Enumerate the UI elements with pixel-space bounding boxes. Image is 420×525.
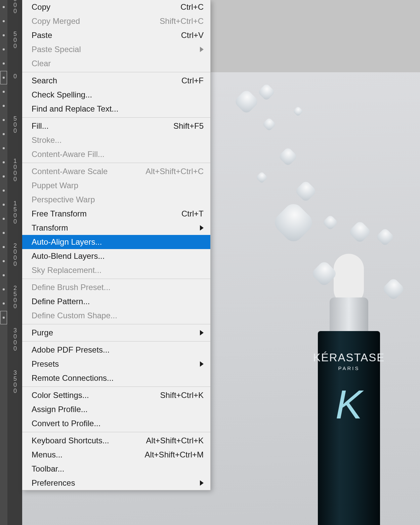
menu-item-define-pattern[interactable]: Define Pattern... — [22, 294, 210, 309]
menu-item-shortcut: Shift+Ctrl+C — [160, 16, 204, 26]
tool-slot-color[interactable] — [0, 311, 7, 325]
menu-item-label: Define Pattern... — [32, 297, 90, 306]
tool-slot[interactable] — [0, 127, 7, 141]
menu-item-find-and-replace-text[interactable]: Find and Replace Text... — [22, 102, 210, 116]
tool-slot[interactable] — [0, 296, 7, 311]
tool-slot[interactable] — [0, 240, 7, 254]
menu-item-fill[interactable]: Fill...Shift+F5 — [22, 119, 210, 133]
product-brand-text: KÉRASTASE — [313, 351, 385, 364]
product-dropper-bulb — [334, 254, 364, 304]
menu-item-label: Find and Replace Text... — [32, 104, 118, 114]
tool-slot[interactable] — [0, 85, 7, 99]
menu-item-label: Define Custom Shape... — [32, 311, 117, 320]
menu-item-label: Menus... — [32, 450, 62, 459]
menu-item-label: Auto-Align Layers... — [32, 237, 102, 247]
tool-slot[interactable] — [0, 14, 7, 28]
tools-panel — [0, 0, 7, 525]
menu-item-label: Toolbar... — [32, 464, 64, 474]
menu-item-label: Copy Merged — [32, 16, 80, 26]
tool-slot[interactable] — [0, 268, 7, 282]
menu-item-define-custom-shape: Define Custom Shape... — [22, 309, 210, 323]
submenu-arrow-icon — [200, 480, 204, 486]
menu-item-label: Preferences — [32, 478, 75, 488]
menu-item-remote-connections[interactable]: Remote Connections... — [22, 371, 210, 385]
diamond-icon — [257, 83, 276, 101]
tool-slot[interactable] — [0, 169, 7, 184]
menu-item-label: Free Transform — [32, 209, 87, 218]
tool-slot[interactable] — [0, 184, 7, 198]
ruler-tick: 3500 — [10, 370, 20, 394]
menu-item-auto-align-layers[interactable]: Auto-Align Layers... — [22, 235, 210, 249]
menu-item-check-spelling[interactable]: Check Spelling... — [22, 88, 210, 102]
menu-item-shortcut: Alt+Shift+Ctrl+K — [146, 436, 204, 445]
menu-item-label: Puppet Warp — [32, 181, 78, 190]
menu-item-convert-to-profile[interactable]: Convert to Profile... — [22, 416, 210, 431]
tool-slot[interactable] — [0, 99, 7, 113]
menu-item-auto-blend-layers[interactable]: Auto-Blend Layers... — [22, 249, 210, 263]
tool-slot-active[interactable] — [0, 71, 7, 85]
menu-item-paste-special: Paste Special — [22, 42, 210, 56]
tool-slot[interactable] — [0, 198, 7, 212]
tool-slot[interactable] — [0, 212, 7, 226]
diamond-icon — [294, 180, 317, 203]
menu-item-preferences[interactable]: Preferences — [22, 476, 210, 490]
tool-slot[interactable] — [0, 28, 7, 42]
menu-item-shortcut: Ctrl+F — [181, 76, 204, 85]
menu-item-shortcut: Ctrl+V — [181, 31, 204, 40]
menu-item-label: Paste Special — [32, 45, 81, 54]
menu-item-content-aware-fill: Content-Aware Fill... — [22, 147, 210, 161]
diamond-icon — [293, 106, 303, 116]
tool-slot[interactable] — [0, 113, 7, 127]
menu-item-label: Perspective Warp — [32, 195, 95, 204]
menu-item-label: Sky Replacement... — [32, 266, 101, 275]
ruler-tick: 0 — [10, 73, 20, 79]
submenu-arrow-icon — [200, 47, 204, 52]
menu-item-label: Color Settings... — [32, 391, 89, 400]
menu-item-presets[interactable]: Presets — [22, 357, 210, 371]
menu-separator — [22, 341, 210, 341]
tool-slot[interactable] — [0, 254, 7, 268]
menu-item-toolbar[interactable]: Toolbar... — [22, 462, 210, 476]
menu-item-transform[interactable]: Transform — [22, 221, 210, 235]
tool-slot[interactable] — [0, 0, 7, 14]
diamond-icon — [256, 171, 268, 184]
menu-item-label: Convert to Profile... — [32, 419, 100, 428]
submenu-arrow-icon — [200, 361, 204, 367]
ruler-tick: 1500 — [10, 200, 20, 225]
menu-item-label: Define Brush Preset... — [32, 283, 111, 292]
menu-item-shortcut: Alt+Shift+Ctrl+M — [145, 450, 204, 459]
menu-item-purge[interactable]: Purge — [22, 326, 210, 340]
menu-item-label: Remote Connections... — [32, 373, 114, 383]
tool-slot[interactable] — [0, 42, 7, 56]
menu-item-color-settings[interactable]: Color Settings...Shift+Ctrl+K — [22, 388, 210, 402]
menu-item-label: Transform — [32, 223, 68, 233]
tool-slot[interactable] — [0, 155, 7, 169]
menu-item-adobe-pdf-presets[interactable]: Adobe PDF Presets... — [22, 343, 210, 357]
diamond-icon — [322, 214, 338, 231]
ruler-tick: 3000 — [10, 327, 20, 352]
menu-item-label: Auto-Blend Layers... — [32, 251, 104, 261]
menu-item-copy[interactable]: CopyCtrl+C — [22, 0, 210, 14]
ruler-tick: 1000 — [10, 0, 20, 14]
submenu-arrow-icon — [200, 225, 204, 231]
menu-item-search[interactable]: SearchCtrl+F — [22, 74, 210, 88]
ruler-tick: 2500 — [10, 285, 20, 309]
tool-slot[interactable] — [0, 141, 7, 155]
menu-item-keyboard-shortcuts[interactable]: Keyboard Shortcuts...Alt+Shift+Ctrl+K — [22, 434, 210, 448]
menu-item-free-transform[interactable]: Free TransformCtrl+T — [22, 207, 210, 221]
menu-item-menus[interactable]: Menus...Alt+Shift+Ctrl+M — [22, 448, 210, 462]
tool-slot[interactable] — [0, 56, 7, 71]
ruler-tick: 1000 — [10, 158, 20, 182]
edit-menu-dropdown[interactable]: CopyCtrl+CCopy MergedShift+Ctrl+CPasteCt… — [22, 0, 211, 490]
ruler-tick: 500 — [10, 116, 20, 134]
menu-item-label: Search — [32, 76, 57, 85]
menu-item-assign-profile[interactable]: Assign Profile... — [22, 402, 210, 416]
diamond-icon — [234, 89, 260, 115]
menu-item-shortcut: Ctrl+T — [181, 209, 204, 218]
vertical-ruler: 10005000500100015002000250030003500 — [7, 0, 22, 525]
tool-slot[interactable] — [0, 282, 7, 296]
tool-slot[interactable] — [0, 226, 7, 240]
menu-item-paste[interactable]: PasteCtrl+V — [22, 28, 210, 42]
menu-item-stroke: Stroke... — [22, 133, 210, 147]
product-bottle: KÉRASTASE PARIS K — [318, 331, 380, 525]
